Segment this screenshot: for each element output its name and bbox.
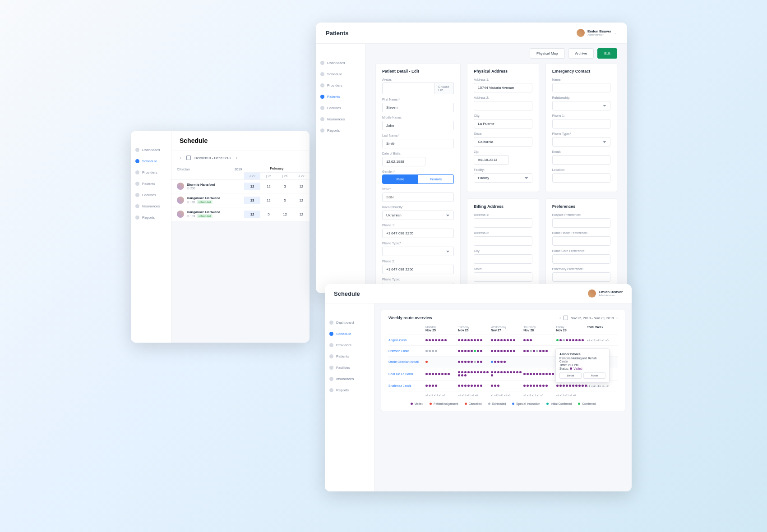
- visit-dot[interactable]: [435, 385, 437, 387]
- billing-address2-input[interactable]: [474, 236, 532, 246]
- visit-dot[interactable]: [435, 350, 437, 352]
- gender-male[interactable]: Male: [383, 175, 418, 183]
- visit-dot[interactable]: [500, 350, 503, 352]
- visit-dot[interactable]: [441, 339, 444, 341]
- visit-dot[interactable]: [429, 350, 431, 352]
- visit-dot[interactable]: [507, 350, 509, 352]
- day-cell[interactable]: [489, 339, 522, 341]
- visit-dot[interactable]: [542, 385, 545, 387]
- edit-button[interactable]: Edit: [597, 48, 617, 59]
- sidebar-item-reports[interactable]: Reports: [325, 385, 374, 396]
- visit-dot[interactable]: [448, 373, 450, 375]
- visit-dot[interactable]: [461, 361, 463, 363]
- sidebar-item-dashboard[interactable]: Dashboard: [325, 317, 374, 328]
- sidebar-item-reports[interactable]: Reports: [316, 125, 365, 136]
- visit-dot[interactable]: [504, 339, 506, 341]
- choose-file-button[interactable]: Choose File: [434, 83, 454, 94]
- visit-dot[interactable]: [539, 385, 541, 387]
- visit-dot[interactable]: [467, 361, 470, 363]
- visit-dot[interactable]: [471, 350, 473, 352]
- visit-dot[interactable]: [471, 385, 473, 387]
- visit-dot[interactable]: [510, 350, 512, 352]
- day-cell[interactable]: [424, 385, 456, 387]
- visit-dot[interactable]: [494, 385, 496, 387]
- visit-dot[interactable]: [572, 339, 574, 341]
- sidebar-item-providers[interactable]: Providers: [316, 80, 365, 91]
- sidebar-item-dashboard[interactable]: Dashboard: [316, 57, 365, 69]
- visit-dot[interactable]: [536, 385, 538, 387]
- visit-dot[interactable]: [491, 339, 493, 341]
- visit-dot[interactable]: [552, 373, 554, 375]
- visit-dot[interactable]: [432, 385, 434, 387]
- sidebar-item-facilities[interactable]: Facilities: [316, 102, 365, 114]
- visit-dot[interactable]: [474, 385, 476, 387]
- billing-city-input[interactable]: [474, 254, 532, 264]
- visit-dot[interactable]: [575, 385, 578, 387]
- day-cell[interactable]: [424, 361, 456, 363]
- sidebar-item-dashboard[interactable]: Dashboard: [131, 144, 171, 156]
- visit-dot[interactable]: [425, 385, 428, 387]
- day-cell[interactable]: [456, 339, 489, 341]
- visit-dot[interactable]: [569, 385, 571, 387]
- route-button[interactable]: Route: [583, 372, 605, 379]
- visit-dot[interactable]: [467, 350, 470, 352]
- day-cell[interactable]: [424, 339, 456, 341]
- visit-dot[interactable]: [464, 361, 467, 363]
- sidebar-item-patients[interactable]: Patients: [316, 91, 365, 102]
- sidebar-item-schedule[interactable]: Schedule: [131, 156, 171, 167]
- day-cell[interactable]: [456, 371, 489, 376]
- visit-dot[interactable]: [432, 339, 434, 341]
- visit-dot[interactable]: [461, 339, 463, 341]
- visit-dot[interactable]: [527, 339, 529, 341]
- visit-dot[interactable]: [578, 385, 581, 387]
- sidebar-item-providers[interactable]: Providers: [131, 167, 171, 178]
- facility-select[interactable]: Facility: [474, 173, 532, 183]
- day-cell[interactable]: [456, 350, 489, 352]
- visit-dot[interactable]: [494, 361, 496, 363]
- visit-dot[interactable]: [425, 373, 428, 375]
- visit-dot[interactable]: [504, 350, 506, 352]
- visit-dot[interactable]: [491, 385, 493, 387]
- visit-dot[interactable]: [441, 373, 444, 375]
- visit-dot[interactable]: [458, 350, 460, 352]
- table-row[interactable]: Stormie Hansford ⊙ 236 12 12 3 12: [171, 180, 310, 193]
- visit-dot[interactable]: [578, 339, 581, 341]
- billing-address1-input[interactable]: [474, 218, 532, 228]
- visit-dot[interactable]: [477, 385, 479, 387]
- visit-dot[interactable]: [494, 371, 496, 373]
- visit-dot[interactable]: [536, 373, 538, 375]
- sidebar-item-insurances[interactable]: Insurances: [316, 114, 365, 125]
- visit-dot[interactable]: [458, 374, 460, 376]
- zip-input[interactable]: [474, 155, 509, 165]
- visit-dot[interactable]: [477, 371, 479, 373]
- visit-dot[interactable]: [425, 339, 428, 341]
- visit-dot[interactable]: [533, 350, 535, 352]
- day-cell[interactable]: [456, 361, 489, 363]
- ec-phone1-input[interactable]: [552, 119, 610, 128]
- visit-dot[interactable]: [545, 385, 548, 387]
- visit-dot[interactable]: [497, 339, 499, 341]
- visit-dot[interactable]: [510, 371, 512, 373]
- visit-dot[interactable]: [575, 339, 578, 341]
- sidebar-item-reports[interactable]: Reports: [131, 212, 171, 223]
- pref-hospice-input[interactable]: [552, 218, 610, 228]
- visit-dot[interactable]: [464, 339, 467, 341]
- next-button[interactable]: ›: [234, 155, 239, 161]
- visit-dot[interactable]: [461, 374, 463, 376]
- visit-dot[interactable]: [545, 350, 548, 352]
- avatar-input[interactable]: [382, 83, 434, 94]
- visit-dot[interactable]: [533, 385, 535, 387]
- visit-dot[interactable]: [559, 339, 562, 341]
- day-cell[interactable]: [489, 361, 522, 363]
- visit-dot[interactable]: [491, 374, 493, 376]
- visit-dot[interactable]: [480, 339, 482, 341]
- sidebar-item-insurances[interactable]: Insurances: [325, 373, 374, 385]
- sidebar-item-facilities[interactable]: Facilities: [325, 362, 374, 373]
- day-cell[interactable]: [489, 385, 522, 387]
- day-cell[interactable]: [456, 385, 489, 387]
- visit-dot[interactable]: [559, 385, 562, 387]
- visit-dot[interactable]: [530, 373, 532, 375]
- visit-dot[interactable]: [530, 385, 532, 387]
- visit-dot[interactable]: [429, 373, 431, 375]
- sidebar-item-patients[interactable]: Patients: [325, 351, 374, 362]
